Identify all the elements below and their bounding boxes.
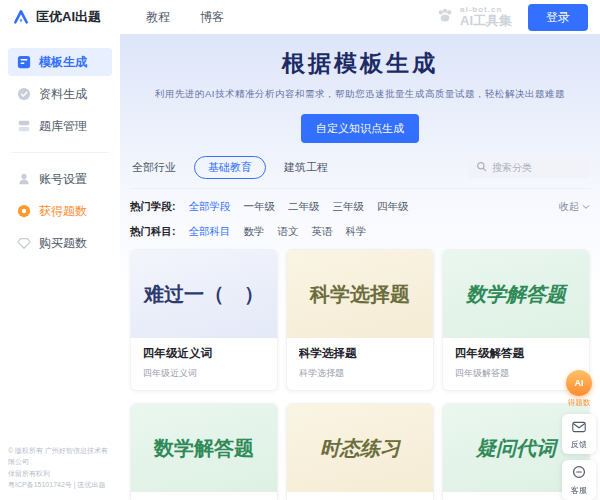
card-banner: 数学解答题	[443, 250, 589, 338]
customer-service-label: 客服	[571, 485, 587, 496]
template-card[interactable]: 科学选择题 科学选择题 科学选择题	[286, 249, 434, 391]
logo-icon	[12, 8, 30, 26]
chevron-down-icon	[582, 203, 590, 211]
custom-knowledge-button[interactable]: 自定义知识点生成	[301, 114, 419, 143]
filter-option-all-grades[interactable]: 全部学段	[189, 200, 231, 214]
page-title: 根据模板生成	[130, 48, 590, 79]
card-banner: 科学选择题	[287, 250, 433, 338]
category-tabs: 全部行业 基础教育 建筑工程	[130, 156, 590, 189]
template-card-grid: 难过一（ ） 四年级近义词 四年级近义词 科学选择题 科学选择题 科学选择题 数…	[130, 249, 590, 500]
search-box[interactable]	[468, 157, 590, 178]
paw-icon	[435, 5, 455, 29]
login-button[interactable]: 登录	[528, 4, 588, 31]
sidebar-item-material-generate[interactable]: 资料生成	[8, 80, 112, 108]
filter-label: 热门科目:	[130, 225, 176, 239]
filter-option-chinese[interactable]: 语文	[278, 225, 299, 239]
filter-option-science[interactable]: 科学	[346, 225, 367, 239]
rights-line: 保留所有权利	[8, 468, 114, 479]
template-icon	[16, 55, 31, 70]
filter-option-english[interactable]: 英语	[312, 225, 333, 239]
logo[interactable]: 匡优AI出题	[12, 8, 120, 26]
sidebar-item-account-settings[interactable]: 账号设置	[8, 165, 112, 193]
headset-icon	[572, 465, 586, 483]
filter-option-grade2[interactable]: 二年级	[288, 200, 320, 214]
feedback-label: 反馈	[571, 439, 587, 450]
quota-badge-icon: AI	[566, 370, 592, 396]
sidebar-item-template-generate[interactable]: 模板生成	[8, 48, 112, 76]
filter-option-grade1[interactable]: 一年级	[244, 200, 276, 214]
filter-option-all-subjects[interactable]: 全部科目	[189, 225, 231, 239]
icp-line: 粤ICP备15101742号 | 匡优出题	[8, 479, 114, 490]
sidebar-item-question-bank[interactable]: 题库管理	[8, 112, 112, 140]
filter-option-grade3[interactable]: 三年级	[333, 200, 365, 214]
filter-label: 热门学段:	[130, 200, 176, 214]
template-card[interactable]: 难过一（ ） 四年级近义词 四年级近义词	[130, 249, 278, 391]
sidebar-item-label: 购买题数	[39, 235, 87, 252]
filter-row-grade: 热门学段: 全部学段 一年级 二年级 三年级 四年级 收起	[130, 200, 590, 214]
top-header: 匡优AI出题 教程 博客 ai-bot.cn AI工具集 登录	[0, 0, 600, 34]
sidebar-item-label: 模板生成	[39, 54, 87, 71]
customer-service-button[interactable]: 客服	[562, 460, 596, 500]
main-content: 根据模板生成 利用先进的AI技术精准分析内容和需求，帮助您迅速批量生成高质量试题…	[120, 34, 600, 500]
sidebar-item-buy-quota[interactable]: 购买题数	[8, 229, 112, 257]
sidebar: 模板生成 资料生成 题库管理 账号设置 获得题数	[0, 34, 120, 500]
tab-construction[interactable]: 建筑工程	[282, 156, 330, 179]
sidebar-item-label: 账号设置	[39, 171, 87, 188]
feedback-button[interactable]: 反馈	[562, 414, 596, 454]
watermark: ai-bot.cn AI工具集	[435, 5, 512, 29]
card-subtitle: 科学选择题	[299, 367, 421, 380]
mail-icon	[572, 419, 586, 437]
tab-all-industries[interactable]: 全部行业	[130, 156, 178, 179]
card-banner: 难过一（ ）	[131, 250, 277, 338]
coin-icon	[16, 204, 31, 219]
filter-option-grade4[interactable]: 四年级	[377, 200, 409, 214]
template-card[interactable]: 时态练习 三年级英语时态练习	[286, 403, 434, 500]
sidebar-divider	[12, 152, 108, 153]
card-subtitle: 四年级解答题	[455, 367, 577, 380]
material-icon	[16, 87, 31, 102]
page-subtitle: 利用先进的AI技术精准分析内容和需求，帮助您迅速批量生成高质量试题，轻松解决出题…	[130, 88, 590, 101]
sidebar-item-earn-quota[interactable]: 获得题数	[8, 197, 112, 225]
card-title: 四年级近义词	[143, 346, 265, 361]
collapse-label: 收起	[559, 200, 579, 214]
app-title: 匡优AI出题	[36, 8, 101, 26]
hero-section: 根据模板生成 利用先进的AI技术精准分析内容和需求，帮助您迅速批量生成高质量试题…	[130, 48, 590, 143]
sidebar-item-label: 题库管理	[39, 118, 87, 135]
floating-widgets: AI 得题数 反馈 客服	[561, 370, 597, 500]
search-input[interactable]	[492, 162, 578, 173]
diamond-icon	[16, 236, 31, 251]
user-icon	[16, 172, 31, 187]
nav-blog[interactable]: 博客	[200, 9, 224, 26]
search-icon	[476, 161, 487, 174]
sidebar-item-label: 资料生成	[39, 86, 87, 103]
card-banner: 时态练习	[287, 404, 433, 492]
earn-quota-float-button[interactable]: AI 得题数	[566, 370, 592, 408]
nav-tutorial[interactable]: 教程	[146, 9, 170, 26]
top-nav: 教程 博客	[146, 9, 224, 26]
card-title: 科学选择题	[299, 346, 421, 361]
template-card[interactable]: 数学解答题 三年级解答题	[130, 403, 278, 500]
copyright-line: © 版权所有 广州好智信息技术有限公司	[8, 445, 114, 467]
filter-option-math[interactable]: 数学	[244, 225, 265, 239]
collapse-toggle[interactable]: 收起	[559, 200, 590, 214]
card-banner: 数学解答题	[131, 404, 277, 492]
tab-basic-education[interactable]: 基础教育	[194, 156, 266, 179]
card-subtitle: 四年级近义词	[143, 367, 265, 380]
filter-row-subject: 热门科目: 全部科目 数学 语文 英语 科学	[130, 225, 590, 239]
sidebar-footer: © 版权所有 广州好智信息技术有限公司 保留所有权利 粤ICP备15101742…	[8, 445, 114, 490]
bank-icon	[16, 119, 31, 134]
sidebar-item-label: 获得题数	[39, 203, 87, 220]
card-title: 四年级解答题	[455, 346, 577, 361]
quota-badge-label: 得题数	[568, 398, 591, 408]
watermark-name: AI工具集	[460, 14, 512, 28]
